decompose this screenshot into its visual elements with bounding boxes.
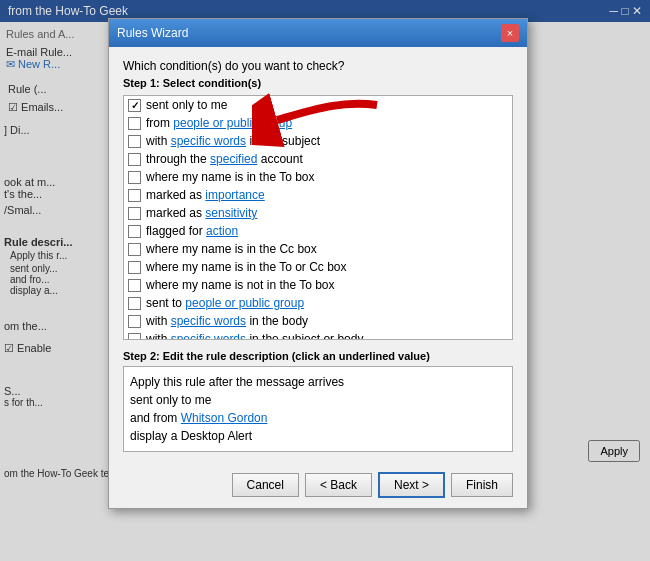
condition-text-c14: with specific words in the subject or bo…: [146, 331, 508, 340]
desc-line-2: sent only to me: [130, 391, 506, 409]
back-button[interactable]: < Back: [305, 473, 372, 497]
condition-item-c12[interactable]: sent to people or public group: [124, 294, 512, 312]
condition-item-c2[interactable]: from people or public group: [124, 114, 512, 132]
condition-item-c3[interactable]: with specific words in the subject: [124, 132, 512, 150]
condition-text-c10: where my name is in the To or Cc box: [146, 259, 508, 275]
dialog-body: Which condition(s) do you want to check?…: [109, 47, 527, 464]
condition-text-c9: where my name is in the Cc box: [146, 241, 508, 257]
condition-checkbox-c4[interactable]: [128, 153, 141, 166]
condition-text-c4: through the specified account: [146, 151, 508, 167]
condition-checkbox-c2[interactable]: [128, 117, 141, 130]
condition-text-c1: sent only to me: [146, 97, 508, 113]
dialog-close-button[interactable]: ×: [501, 24, 519, 42]
condition-text-c6: marked as importance: [146, 187, 508, 203]
rule-description-box: Apply this rule after the message arrive…: [123, 366, 513, 452]
step2-label: Step 2: Edit the rule description (click…: [123, 350, 513, 362]
condition-item-c14[interactable]: with specific words in the subject or bo…: [124, 330, 512, 340]
condition-checkbox-c5[interactable]: [128, 171, 141, 184]
conditions-listbox[interactable]: sent only to mefrom people or public gro…: [123, 95, 513, 340]
condition-item-c7[interactable]: marked as sensitivity: [124, 204, 512, 222]
dialog-title: Rules Wizard: [117, 26, 188, 40]
condition-checkbox-c9[interactable]: [128, 243, 141, 256]
condition-checkbox-c7[interactable]: [128, 207, 141, 220]
condition-text-c3: with specific words in the subject: [146, 133, 508, 149]
condition-item-c10[interactable]: where my name is in the To or Cc box: [124, 258, 512, 276]
condition-checkbox-c6[interactable]: [128, 189, 141, 202]
dialog-titlebar: Rules Wizard ×: [109, 19, 527, 47]
condition-checkbox-c11[interactable]: [128, 279, 141, 292]
condition-checkbox-c10[interactable]: [128, 261, 141, 274]
condition-link[interactable]: specific words: [171, 332, 246, 340]
condition-item-c1[interactable]: sent only to me: [124, 96, 512, 114]
condition-item-c4[interactable]: through the specified account: [124, 150, 512, 168]
condition-item-c9[interactable]: where my name is in the Cc box: [124, 240, 512, 258]
condition-link[interactable]: people or public group: [173, 116, 292, 130]
condition-link[interactable]: specified: [210, 152, 257, 166]
dialog-question: Which condition(s) do you want to check?: [123, 59, 513, 73]
step1-label: Step 1: Select condition(s): [123, 77, 513, 89]
desc-line-1: Apply this rule after the message arrive…: [130, 373, 506, 391]
condition-item-c13[interactable]: with specific words in the body: [124, 312, 512, 330]
finish-button[interactable]: Finish: [451, 473, 513, 497]
condition-checkbox-c14[interactable]: [128, 333, 141, 340]
dialog-footer: Cancel < Back Next > Finish: [109, 464, 527, 508]
condition-checkbox-c13[interactable]: [128, 315, 141, 328]
condition-item-c6[interactable]: marked as importance: [124, 186, 512, 204]
condition-checkbox-c3[interactable]: [128, 135, 141, 148]
condition-text-c8: flagged for action: [146, 223, 508, 239]
condition-text-c5: where my name is in the To box: [146, 169, 508, 185]
condition-checkbox-c8[interactable]: [128, 225, 141, 238]
condition-checkbox-c1[interactable]: [128, 99, 141, 112]
condition-item-c5[interactable]: where my name is in the To box: [124, 168, 512, 186]
condition-link[interactable]: sensitivity: [205, 206, 257, 220]
rules-wizard-dialog: Rules Wizard × Which condition(s) do you…: [108, 18, 528, 509]
condition-text-c2: from people or public group: [146, 115, 508, 131]
condition-checkbox-c12[interactable]: [128, 297, 141, 310]
condition-link[interactable]: people or public group: [185, 296, 304, 310]
condition-text-c12: sent to people or public group: [146, 295, 508, 311]
condition-text-c13: with specific words in the body: [146, 313, 508, 329]
condition-link[interactable]: action: [206, 224, 238, 238]
condition-item-c11[interactable]: where my name is not in the To box: [124, 276, 512, 294]
desc-line-3: and from Whitson Gordon: [130, 409, 506, 427]
condition-link[interactable]: importance: [205, 188, 264, 202]
condition-item-c8[interactable]: flagged for action: [124, 222, 512, 240]
cancel-button[interactable]: Cancel: [232, 473, 299, 497]
condition-link[interactable]: specific words: [171, 134, 246, 148]
condition-text-c7: marked as sensitivity: [146, 205, 508, 221]
condition-text-c11: where my name is not in the To box: [146, 277, 508, 293]
desc-line-4: display a Desktop Alert: [130, 427, 506, 445]
next-button[interactable]: Next >: [378, 472, 445, 498]
from-link[interactable]: Whitson Gordon: [181, 411, 268, 425]
condition-link[interactable]: specific words: [171, 314, 246, 328]
